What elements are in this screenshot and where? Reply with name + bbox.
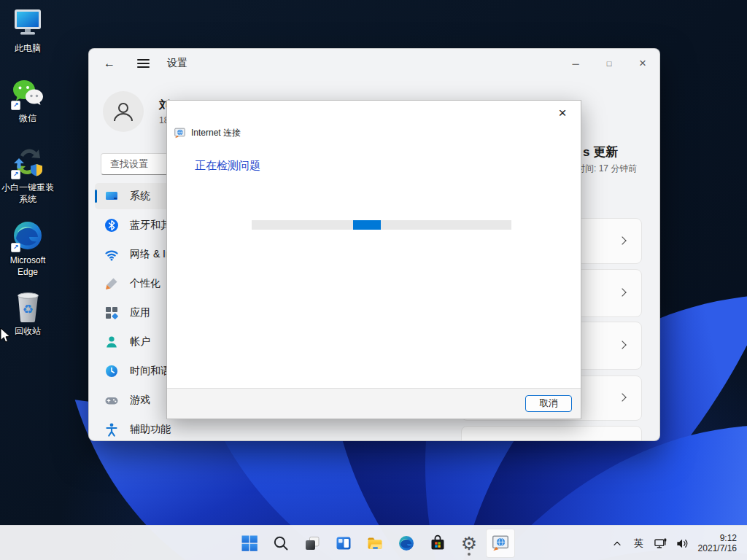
wifi-icon xyxy=(104,247,119,262)
back-arrow-icon[interactable]: ← xyxy=(104,57,120,70)
cancel-button[interactable]: 取消 xyxy=(525,395,572,412)
recycle-bin-icon: ♻ xyxy=(10,289,45,324)
windows-logo-icon xyxy=(241,534,258,552)
date: 2021/7/16 xyxy=(698,543,737,554)
avatar xyxy=(103,91,144,132)
desktop-icon-edge[interactable]: ↗ Microsoft Edge xyxy=(0,218,55,278)
accessibility-person-icon xyxy=(104,422,119,437)
search-icon xyxy=(272,534,290,552)
settings-card[interactable] xyxy=(461,426,642,441)
running-indicator-dot xyxy=(468,553,471,556)
chevron-up-icon xyxy=(611,537,623,549)
gamepad-icon xyxy=(104,393,119,408)
chevron-right-icon xyxy=(618,393,626,401)
xiaobai-reinstall-icon: ↗ xyxy=(10,145,45,180)
edge-icon xyxy=(398,534,415,552)
bluetooth-icon xyxy=(104,218,119,233)
task-view-button[interactable] xyxy=(298,529,327,558)
start-button[interactable] xyxy=(235,529,264,558)
internet-connection-icon xyxy=(491,534,510,553)
store-icon xyxy=(429,534,446,552)
dialog-status-text: 正在检测问题 xyxy=(195,159,260,173)
time: 9:12 xyxy=(698,533,737,544)
user-account-block[interactable]: 刘 184 xyxy=(103,91,174,132)
internet-connection-icon xyxy=(174,127,186,139)
troubleshooter-taskbar-button[interactable] xyxy=(486,529,515,558)
mouse-cursor xyxy=(0,327,11,346)
microsoft-store-button[interactable] xyxy=(423,529,452,558)
desktop-icon-wechat[interactable]: ↗ 微信 xyxy=(0,76,55,125)
dialog-footer: 取消 xyxy=(167,388,581,419)
chevron-right-icon xyxy=(618,341,626,349)
desktop-icon-this-pc[interactable]: 此电脑 xyxy=(0,6,55,55)
clock[interactable]: 9:12 2021/7/16 xyxy=(695,533,743,554)
wechat-icon: ↗ xyxy=(10,76,45,111)
dialog-close-button[interactable]: × xyxy=(551,104,573,122)
desktop-icon-label: 微信 xyxy=(0,113,55,125)
troubleshooter-dialog: × Internet 连接 正在检测问题 取消 xyxy=(166,100,581,419)
volume-tray-button[interactable] xyxy=(673,529,692,558)
minimize-button[interactable]: ─ xyxy=(559,49,592,78)
progress-indicator xyxy=(353,220,381,230)
taskbar: ⚙ 英 xyxy=(0,525,747,560)
task-view-icon xyxy=(303,534,321,552)
sidebar-item-accessibility[interactable]: 辅助功能 xyxy=(95,416,260,441)
system-icon xyxy=(104,189,119,203)
maximize-button[interactable]: □ xyxy=(592,49,626,78)
sidebar-item-label: 应用 xyxy=(130,306,150,319)
desktop-icon-label: Microsoft Edge xyxy=(0,255,55,278)
sidebar-item-label: 系统 xyxy=(130,190,150,203)
chevron-right-icon xyxy=(618,288,626,296)
brush-icon xyxy=(104,276,119,291)
file-explorer-button[interactable] xyxy=(360,529,390,558)
hamburger-menu-icon[interactable] xyxy=(137,57,150,70)
widgets-button[interactable] xyxy=(329,529,358,558)
sidebar-item-label: 帐户 xyxy=(130,335,150,349)
desktop-icon-xiaobai[interactable]: ↗ 小白一键重装系统 xyxy=(0,145,55,205)
last-checked-fragment: 时间: 17 分钟前 xyxy=(576,163,637,175)
tray-chevron-up-button[interactable] xyxy=(608,529,627,558)
shortcut-arrow-icon: ↗ xyxy=(11,101,20,110)
ime-indicator[interactable]: 英 xyxy=(630,537,649,550)
settings-taskbar-button[interactable]: ⚙ xyxy=(454,529,484,558)
this-pc-icon xyxy=(10,6,45,41)
window-title: 设置 xyxy=(167,57,187,70)
sidebar-item-label: 游戏 xyxy=(130,394,150,407)
speaker-icon xyxy=(676,537,689,551)
clock-icon xyxy=(104,364,119,378)
progress-bar xyxy=(252,220,511,230)
desktop-icon-label: 小白一键重装系统 xyxy=(0,182,55,205)
dialog-title: Internet 连接 xyxy=(191,127,241,139)
file-explorer-icon xyxy=(366,534,384,552)
gear-icon: ⚙ xyxy=(461,534,477,553)
edge-icon: ↗ xyxy=(10,218,45,253)
shortcut-arrow-icon: ↗ xyxy=(11,170,20,179)
widgets-icon xyxy=(335,534,352,552)
close-button[interactable]: × xyxy=(626,49,659,78)
recycle-symbol: ♻ xyxy=(23,302,34,316)
edge-button[interactable] xyxy=(392,529,421,558)
sidebar-item-label: 个性化 xyxy=(130,277,160,290)
page-heading-fragment: s 更新 xyxy=(583,144,618,160)
search-button[interactable] xyxy=(266,529,295,558)
chevron-right-icon xyxy=(618,236,626,244)
apps-grid-icon xyxy=(104,306,119,320)
network-tray-button[interactable] xyxy=(651,529,670,558)
person-icon xyxy=(104,335,119,349)
settings-titlebar: ← 设置 ─ □ × xyxy=(89,49,659,78)
desktop-icon-label: 此电脑 xyxy=(0,43,55,55)
shortcut-arrow-icon: ↗ xyxy=(11,243,20,252)
sidebar-item-label: 辅助功能 xyxy=(130,423,171,436)
ethernet-icon xyxy=(654,537,667,551)
